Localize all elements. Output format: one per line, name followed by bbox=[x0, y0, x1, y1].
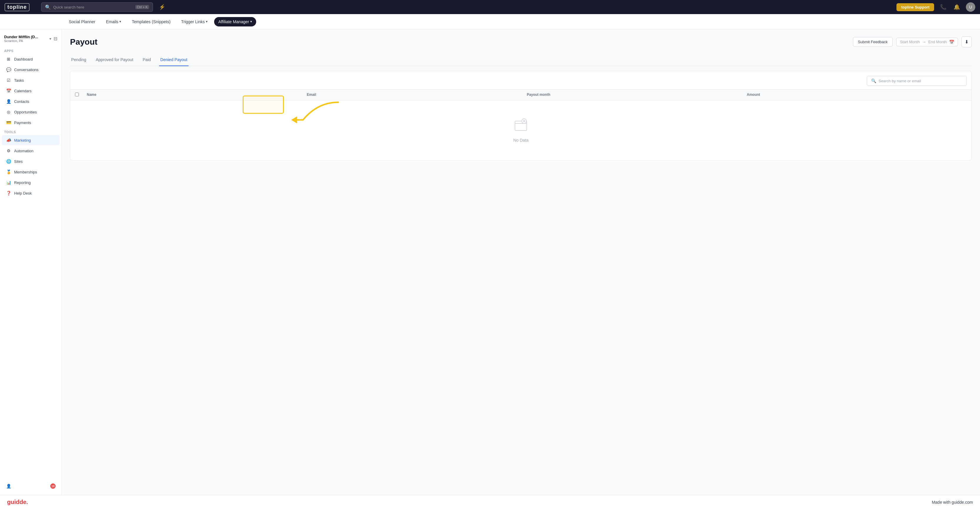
tasks-icon: ☑ bbox=[6, 78, 11, 83]
sidebar-item-bottom[interactable]: 👤 10 bbox=[2, 481, 60, 491]
sidebar-item-marketing[interactable]: 📣 Marketing bbox=[2, 135, 60, 145]
sidebar-item-memberships[interactable]: 🏅 Memberships bbox=[2, 167, 60, 177]
notification-badge: 10 bbox=[50, 484, 56, 489]
layout-toggle-icon[interactable]: ⊟ bbox=[54, 36, 57, 41]
tools-section-label: Tools bbox=[0, 128, 62, 135]
subbar: Social Planner Emails ▾ Templates (Snipp… bbox=[0, 14, 980, 29]
workspace-location: Scranton, PA bbox=[4, 39, 38, 43]
sidebar-item-label: Opportunities bbox=[14, 110, 37, 114]
search-shortcut: Ctrl + K bbox=[135, 5, 149, 9]
sidebar-item-help-desk[interactable]: ❓ Help Desk bbox=[2, 188, 60, 198]
tab-pending[interactable]: Pending bbox=[70, 54, 88, 66]
no-data-icon bbox=[514, 118, 528, 135]
sidebar-item-label: Calendars bbox=[14, 89, 32, 93]
sidebar-item-tasks[interactable]: ☑ Tasks bbox=[2, 75, 60, 85]
bell-icon[interactable]: 🔔 bbox=[952, 3, 961, 11]
download-button[interactable]: ⬇ bbox=[961, 36, 972, 47]
workspace-name: Dunder Mifflin (D... bbox=[4, 35, 38, 39]
subbar-trigger-links[interactable]: Trigger Links ▾ bbox=[177, 17, 212, 27]
table-search-box[interactable]: 🔍 bbox=[867, 76, 967, 86]
phone-icon[interactable]: 📞 bbox=[939, 3, 948, 11]
subbar-templates[interactable]: Templates (Snippets) bbox=[128, 17, 175, 27]
sidebar-item-opportunities[interactable]: ◎ Opportunities bbox=[2, 107, 60, 117]
sidebar-item-label: Contacts bbox=[14, 99, 29, 104]
subbar-label: Emails bbox=[106, 19, 118, 24]
subbar-affiliate-manager[interactable]: Affiliate Manager ▾ bbox=[214, 17, 256, 27]
date-arrow-icon: → bbox=[922, 40, 926, 44]
app-logo: topline bbox=[5, 3, 29, 11]
bottom-icon: 👤 bbox=[6, 484, 11, 489]
conversations-icon: 💬 bbox=[6, 67, 11, 72]
apps-section-label: Apps bbox=[0, 47, 62, 54]
sidebar-item-label: Sites bbox=[14, 159, 23, 164]
main-content: Payout Submit Feedback Start Month → End… bbox=[62, 29, 980, 495]
search-icon: 🔍 bbox=[871, 78, 876, 83]
sidebar-item-reporting[interactable]: 📊 Reporting bbox=[2, 178, 60, 187]
date-range-picker[interactable]: Start Month → End Month 📅 bbox=[896, 38, 958, 46]
col-checkbox bbox=[75, 93, 87, 97]
payout-table: 🔍 Name Email Payout month Amount bbox=[70, 71, 972, 160]
payments-icon: 💳 bbox=[6, 120, 11, 125]
chevron-down-icon: ▾ bbox=[206, 20, 208, 24]
subbar-label: Trigger Links bbox=[181, 19, 205, 24]
col-name: Name bbox=[87, 93, 307, 97]
start-month-label: Start Month bbox=[900, 40, 920, 44]
subbar-label: Templates (Snippets) bbox=[132, 19, 170, 24]
tab-approved[interactable]: Approved for Payout bbox=[94, 54, 134, 66]
sidebar-item-dashboard[interactable]: ⊞ Dashboard bbox=[2, 54, 60, 64]
subbar-emails[interactable]: Emails ▾ bbox=[102, 17, 125, 27]
memberships-icon: 🏅 bbox=[6, 169, 11, 174]
lightning-icon[interactable]: ⚡ bbox=[158, 3, 167, 11]
sidebar-item-conversations[interactable]: 💬 Conversations bbox=[2, 65, 60, 75]
sidebar-item-automation[interactable]: ⚙ Automation bbox=[2, 146, 60, 156]
sidebar-item-label: Payments bbox=[14, 121, 31, 125]
search-input[interactable] bbox=[878, 79, 963, 83]
sidebar-item-label: Conversations bbox=[14, 68, 38, 72]
avatar-initial: U bbox=[969, 5, 972, 10]
sidebar-item-sites[interactable]: 🌐 Sites bbox=[2, 156, 60, 166]
col-payout-month: Payout month bbox=[527, 93, 747, 97]
calendar-icon: 📅 bbox=[949, 40, 954, 44]
sidebar-item-label: Reporting bbox=[14, 181, 30, 185]
subbar-social-planner[interactable]: Social Planner bbox=[65, 17, 99, 27]
sidebar-item-label: Help Desk bbox=[14, 191, 32, 195]
col-email: Email bbox=[307, 93, 527, 97]
help-icon: ❓ bbox=[6, 190, 11, 196]
avatar[interactable]: U bbox=[966, 2, 975, 12]
page-title: Payout bbox=[70, 37, 97, 47]
tab-paid[interactable]: Paid bbox=[142, 54, 152, 66]
contacts-icon: 👤 bbox=[6, 99, 11, 104]
page-header: Payout Submit Feedback Start Month → End… bbox=[70, 36, 972, 47]
sidebar-item-label: Automation bbox=[14, 149, 33, 153]
tab-denied-payout[interactable]: Denied Payout bbox=[159, 54, 189, 66]
sidebar-item-contacts[interactable]: 👤 Contacts bbox=[2, 97, 60, 106]
table-header: Name Email Payout month Amount bbox=[70, 89, 972, 100]
marketing-icon: 📣 bbox=[6, 138, 11, 143]
guidde-logo: guidde. bbox=[7, 499, 28, 506]
opportunities-icon: ◎ bbox=[6, 109, 11, 115]
sidebar-item-calendars[interactable]: 📅 Calendars bbox=[2, 86, 60, 96]
sidebar-item-label: Tasks bbox=[14, 78, 24, 82]
end-month-label: End Month bbox=[928, 40, 947, 44]
dashboard-icon: ⊞ bbox=[6, 56, 11, 62]
automation-icon: ⚙ bbox=[6, 148, 11, 154]
workspace-selector[interactable]: Dunder Mifflin (D... Scranton, PA ▾ ⊟ bbox=[0, 33, 62, 44]
search-icon: 🔍 bbox=[45, 5, 51, 10]
submit-feedback-button[interactable]: Submit Feedback bbox=[853, 37, 892, 47]
sidebar-item-label: Marketing bbox=[14, 138, 31, 143]
subbar-label: Affiliate Manager bbox=[218, 19, 249, 24]
topbar: topline 🔍 Ctrl + K ⚡ topline Support 📞 🔔… bbox=[0, 0, 980, 14]
chevron-down-icon: ▾ bbox=[49, 37, 51, 41]
subbar-label: Social Planner bbox=[69, 19, 95, 24]
guidde-footer: guidde. Made with guidde.com bbox=[0, 495, 980, 509]
header-actions: Submit Feedback Start Month → End Month … bbox=[853, 36, 972, 47]
select-all-checkbox[interactable] bbox=[75, 93, 79, 97]
reporting-icon: 📊 bbox=[6, 180, 11, 185]
table-search-row: 🔍 bbox=[70, 71, 972, 89]
chevron-down-icon: ▾ bbox=[119, 20, 121, 24]
search-bar[interactable]: 🔍 Ctrl + K bbox=[41, 2, 153, 12]
sidebar-item-payments[interactable]: 💳 Payments bbox=[2, 117, 60, 128]
search-input[interactable] bbox=[53, 5, 133, 10]
support-button[interactable]: topline Support bbox=[896, 3, 934, 11]
guidde-tagline: Made with guidde.com bbox=[932, 500, 973, 504]
